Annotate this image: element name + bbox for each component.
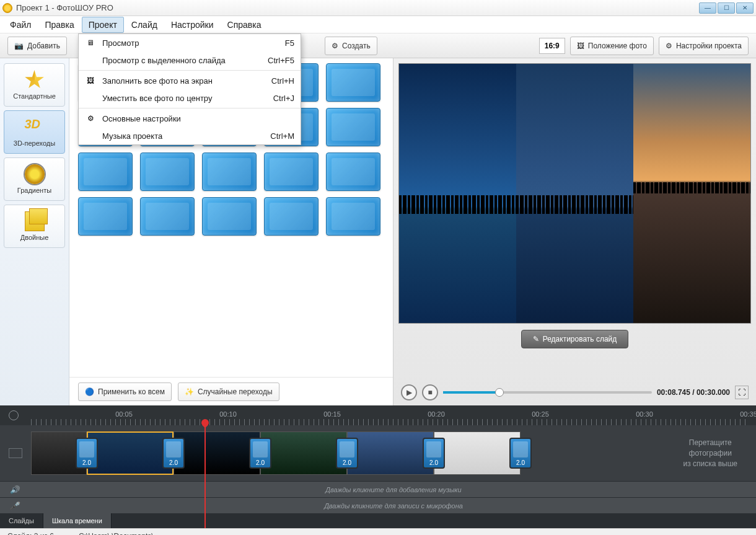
app-icon (2, 3, 12, 13)
seek-bar[interactable] (443, 391, 652, 394)
ruler-tick-label: 00:25 (532, 410, 549, 418)
seek-knob[interactable] (495, 388, 504, 397)
transition-thumb[interactable] (264, 197, 319, 236)
playhead[interactable] (204, 424, 206, 528)
ruler-tick-label: 00:10 (219, 410, 237, 418)
blank-icon (85, 93, 96, 103)
menubar: Файл Правка Проект Слайд Настройки Справ… (0, 16, 756, 33)
menu-help[interactable]: Справка (221, 17, 268, 32)
preview-controls: ▶ ■ 00:08.745 / 00:30.000 ⛶ (393, 379, 756, 405)
mic-hint: Дважды кликните для записи с микрофона (324, 502, 463, 510)
transition-thumb[interactable] (78, 197, 133, 236)
timeline-tabs: Слайды Шкала времени (0, 513, 756, 528)
project-menu-dropdown: 🖥ПросмотрF5Просмотр с выделенного слайда… (78, 33, 301, 145)
transition-chip[interactable]: 2.0 (509, 438, 532, 469)
apply-all-button[interactable]: 🔵 Применить ко всем (78, 382, 172, 401)
category-3d[interactable]: 3D 3D-переходы (4, 110, 65, 154)
timeline-clip[interactable] (434, 431, 521, 475)
transition-duration: 2.0 (256, 459, 265, 466)
transition-duration: 2.0 (516, 459, 525, 466)
category-label: Стандартные (13, 92, 56, 100)
dropdown-separator (79, 108, 301, 108)
fullscreen-button[interactable]: ⛶ (735, 386, 749, 399)
transition-thumb[interactable] (264, 153, 319, 191)
random-transitions-button[interactable]: ✨ Случайные переходы (178, 382, 279, 401)
blank-icon (85, 131, 96, 141)
menu-project[interactable]: Проект (82, 17, 124, 33)
transition-thumb[interactable] (202, 197, 257, 236)
maximize-button[interactable]: ☐ (718, 2, 735, 14)
edit-slide-label: Редактировать слайд (543, 335, 617, 343)
transition-chip[interactable]: 2.0 (336, 438, 358, 469)
dropdown-item[interactable]: Уместить все фото по центруCtrl+J (79, 89, 301, 107)
dropdown-item-label: Уместить все фото по центру (102, 94, 273, 103)
menu-slide[interactable]: Слайд (125, 17, 164, 32)
transition-thumb[interactable] (78, 153, 133, 191)
preview-stage (398, 63, 751, 324)
timeline-clip[interactable] (347, 431, 434, 475)
music-hint: Дважды кликните для добавления музыки (325, 486, 461, 493)
transitions-actions: 🔵 Применить ко всем ✨ Случайные переходы (69, 377, 393, 405)
transition-thumb[interactable] (140, 197, 195, 236)
play-button[interactable]: ▶ (401, 384, 417, 400)
transition-thumb[interactable] (326, 108, 380, 146)
clock-icon (9, 410, 19, 420)
tab-slides[interactable]: Слайды (0, 513, 43, 528)
create-button[interactable]: ⚙ Создать (325, 37, 377, 55)
dropdown-item-shortcut: Ctrl+J (273, 94, 294, 103)
transition-chip[interactable]: 2.0 (423, 438, 445, 469)
transition-duration: 2.0 (82, 459, 91, 466)
dropdown-item[interactable]: 🖼Заполнить все фото на экранCtrl+H (79, 72, 301, 89)
transition-duration: 2.0 (429, 459, 438, 466)
video-track[interactable]: 2.0 2.0 2.0 2.0 2.0 2.0 Перетащите фотог… (0, 425, 756, 481)
dropdown-item-label: Просмотр с выделенного слайда (102, 56, 268, 65)
add-button[interactable]: 📷 Добавить (7, 37, 67, 55)
edit-slide-button[interactable]: ✎ Редактировать слайд (521, 330, 629, 348)
dropdown-item[interactable]: ⚙Основные настройки (79, 110, 301, 127)
statusbar: Слайд: 2 из 6 C:\Users\ \Documents\ (0, 528, 756, 535)
photo-position-button[interactable]: 🖼 Положение фото (570, 37, 654, 55)
transition-duration: 2.0 (343, 459, 351, 466)
transition-chip[interactable]: 2.0 (76, 438, 98, 469)
preview-pane (399, 64, 516, 323)
category-standard[interactable]: Стандартные (4, 63, 65, 107)
dropdown-item-shortcut: Ctrl+H (271, 76, 294, 86)
music-track[interactable]: 🔊 Дважды кликните для добавления музыки (0, 481, 756, 497)
timeline: 00:0500:1000:1500:2000:2500:3000:35 2.0 … (0, 405, 756, 528)
time-display: 00:08.745 / 00:30.000 (657, 388, 730, 397)
transition-chip[interactable]: 2.0 (249, 438, 271, 469)
transition-thumb[interactable] (326, 63, 380, 102)
dropdown-item[interactable]: 🖥ПросмотрF5 (79, 34, 301, 51)
category-gradients[interactable]: Градиенты (4, 157, 65, 201)
category-label: Двойные (20, 234, 49, 241)
stop-button[interactable]: ■ (422, 384, 438, 400)
timeline-clip[interactable] (174, 431, 260, 475)
category-label: 3D-переходы (14, 139, 55, 147)
transition-chip[interactable]: 2.0 (162, 438, 185, 469)
dropdown-item[interactable]: Музыка проектаCtrl+M (79, 127, 301, 144)
menu-file[interactable]: Файл (4, 17, 37, 32)
close-button[interactable]: ✕ (736, 2, 754, 14)
timeline-clip[interactable] (260, 431, 347, 475)
transition-thumb[interactable] (140, 153, 195, 191)
menu-settings[interactable]: Настройки (165, 17, 220, 32)
mic-track[interactable]: 🎤 Дважды кликните для записи с микрофона (0, 497, 756, 513)
tab-timeline[interactable]: Шкала времени (43, 513, 112, 528)
transition-thumb[interactable] (326, 197, 380, 236)
dropdown-item-label: Просмотр (102, 38, 285, 48)
timeline-clip[interactable] (87, 431, 174, 475)
minimize-button[interactable]: — (699, 2, 716, 14)
transition-thumb[interactable] (202, 153, 257, 191)
dropdown-item[interactable]: Просмотр с выделенного слайдаCtrl+F5 (79, 51, 301, 69)
create-button-label: Создать (342, 42, 371, 50)
menu-edit[interactable]: Правка (38, 17, 80, 32)
timeline-drop-hint: Перетащите фотографии из списка выше (683, 438, 737, 469)
timeline-ruler[interactable]: 00:0500:1000:1500:2000:2500:3000:35 (0, 405, 756, 425)
blank-icon (85, 55, 96, 65)
category-double[interactable]: Двойные (4, 205, 65, 248)
titlebar: Проект 1 - ФотоШОУ PRO — ☐ ✕ (0, 0, 756, 16)
project-settings-button[interactable]: ⚙ Настройки проекта (659, 37, 749, 55)
aspect-ratio[interactable]: 16:9 (539, 38, 565, 54)
dropdown-item-shortcut: Ctrl+M (270, 131, 294, 141)
transition-thumb[interactable] (326, 153, 380, 191)
